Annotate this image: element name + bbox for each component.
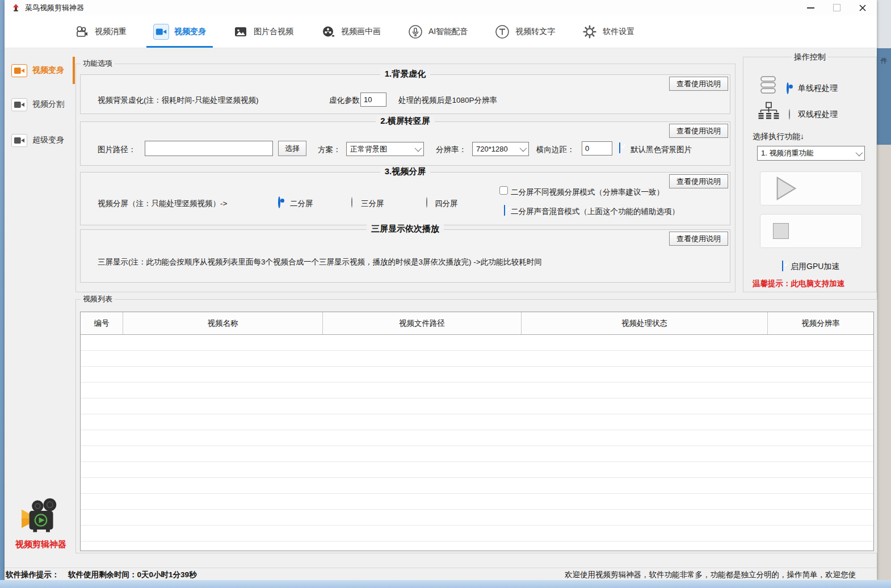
- single-thread-radio[interactable]: [787, 82, 789, 94]
- black-background-checkbox[interactable]: [619, 142, 620, 153]
- video-camera-icon: [11, 64, 27, 77]
- tab-image-to-video[interactable]: 图片合视频: [233, 15, 293, 48]
- sidebar-item-label: 视频变身: [32, 65, 64, 75]
- chevron-down-icon: [415, 145, 422, 152]
- titlebar: 菜鸟视频剪辑神器: [5, 0, 877, 15]
- three-split-radio-label: 三分屏: [361, 199, 384, 209]
- column-header-process-status[interactable]: 视频处理状态: [522, 312, 768, 334]
- section-triple-screen: 三屏显示依次播放 查看使用说明 三屏显示(注：此功能会按顺序从视频列表里面每3个…: [80, 229, 730, 283]
- sidebar-item-video-split[interactable]: 视频分割: [11, 93, 68, 116]
- blur-note-label: 处理的视频后是1080P分辨率: [398, 95, 497, 106]
- execute-function-select[interactable]: 1. 视频消重功能: [757, 146, 865, 161]
- different-video-split-checkbox[interactable]: [499, 186, 508, 195]
- black-background-checkbox-label: 默认黑色背景图片: [631, 145, 692, 155]
- movie-camera-icon: [74, 24, 90, 40]
- stop-icon: [773, 223, 789, 239]
- different-video-split-checkbox-label: 二分屏不同视频分屏模式（分辨率建议一致）: [511, 187, 664, 198]
- dual-thread-radio[interactable]: [789, 109, 790, 120]
- app-window: 菜鸟视频剪辑神器 视频消重 视频变身: [5, 0, 877, 580]
- function-options-group: 功能选项 1.背景虚化 查看使用说明 视频背景虚化(注：很耗时间-只能处理竖频视…: [75, 64, 736, 292]
- section-title: 3.视频分屏: [81, 166, 730, 177]
- table-body-empty: [81, 335, 873, 551]
- section-horizontal-to-vertical: 2.横屏转竖屏 查看使用说明 图片路径： 选择 方案： 正常背景图 分辨率： 7…: [80, 121, 730, 166]
- column-header-file-path[interactable]: 视频文件路径: [323, 312, 522, 334]
- film-reel-icon: [320, 24, 336, 40]
- gpu-acceleration-checkbox[interactable]: [782, 261, 783, 271]
- section-video-split-screen: 3.视频分屏 查看使用说明 视频分屏（注：只能处理竖频视频）-> 二分屏 三分屏…: [80, 172, 730, 225]
- help-button[interactable]: 查看使用说明: [669, 232, 728, 246]
- three-split-radio[interactable]: [351, 197, 352, 208]
- section-title: 2.横屏转竖屏: [81, 116, 730, 127]
- sidebar-item-label: 视频分割: [32, 99, 64, 110]
- help-button[interactable]: 查看使用说明: [669, 174, 728, 188]
- audio-mix-checkbox-label: 二分屏声音混音模式（上面这个功能的辅助选项）: [511, 207, 679, 217]
- letter-t-icon: [494, 24, 510, 40]
- help-button[interactable]: 查看使用说明: [669, 124, 728, 138]
- app-logo-camera-icon: [19, 498, 62, 537]
- margin-label: 横向边距：: [536, 145, 575, 155]
- audio-mix-checkbox[interactable]: [504, 205, 505, 216]
- tab-label: 视频变身: [174, 27, 206, 37]
- microphone-icon: [407, 24, 423, 40]
- tab-label: AI智能配音: [428, 27, 468, 37]
- group-label: 功能选项: [81, 59, 115, 68]
- sidebar-item-video-transform[interactable]: 视频变身: [11, 58, 68, 82]
- single-thread-radio-label: 单线程处理: [798, 83, 838, 94]
- background-window-left-sliver: [0, 0, 5, 588]
- tab-video-pip[interactable]: 视频画中画: [320, 15, 381, 48]
- choose-image-button[interactable]: 选择: [278, 141, 306, 156]
- close-button[interactable]: [850, 0, 876, 15]
- image-path-input[interactable]: [145, 141, 273, 156]
- four-split-radio-label: 四分屏: [435, 199, 458, 209]
- status-hint-label: 软件操作提示：: [6, 570, 60, 580]
- group-label: 视频列表: [81, 295, 115, 304]
- close-icon: [859, 4, 867, 12]
- split-description-label: 视频分屏（注：只能处理竖频视频）->: [98, 199, 227, 209]
- video-camera-icon: [11, 134, 27, 147]
- window-title: 菜鸟视频剪辑神器: [25, 3, 84, 13]
- tab-settings[interactable]: 软件设置: [582, 15, 634, 48]
- scheme-select[interactable]: 正常背景图: [346, 142, 424, 156]
- dual-thread-icon: [758, 102, 779, 122]
- help-button[interactable]: 查看使用说明: [669, 77, 728, 91]
- tab-label: 图片合视频: [254, 27, 293, 37]
- tab-video-transform[interactable]: 视频变身: [153, 15, 206, 48]
- desktop: 件 菜鸟视频剪辑神器 视频消: [0, 0, 891, 588]
- margin-input[interactable]: [582, 141, 612, 156]
- tab-video-dedupe[interactable]: 视频消重: [74, 15, 127, 48]
- sidebar-item-super-transform[interactable]: 超级变身: [11, 128, 68, 152]
- two-split-radio[interactable]: [278, 196, 280, 208]
- two-split-radio-label: 二分屏: [290, 199, 313, 209]
- tab-label: 软件设置: [603, 27, 634, 37]
- minimize-button[interactable]: [797, 0, 823, 15]
- four-split-radio[interactable]: [426, 197, 427, 208]
- desktop-bottom-sliver: [0, 580, 891, 588]
- remaining-time-text: 软件使用剩余时间：0天0小时1分39秒: [68, 570, 197, 580]
- start-button[interactable]: [760, 171, 862, 205]
- column-header-resolution[interactable]: 视频分辨率: [768, 312, 873, 334]
- tab-label: 视频画中画: [341, 27, 381, 37]
- window-controls: [797, 0, 876, 15]
- tab-video-to-text[interactable]: 视频转文字: [494, 15, 555, 48]
- scheme-label: 方案：: [318, 145, 341, 155]
- chevron-down-icon: [520, 145, 527, 152]
- column-header-video-name[interactable]: 视频名称: [123, 312, 323, 334]
- video-camera-icon: [11, 98, 27, 111]
- column-header-index[interactable]: 编号: [81, 312, 123, 334]
- blur-description-label: 视频背景虚化(注：很耗时间-只能处理竖频视频): [98, 95, 259, 106]
- app-logo-icon: [11, 3, 20, 12]
- video-list-table: 编号 视频名称 视频文件路径 视频处理状态 视频分辨率: [80, 312, 874, 551]
- background-window-right-sliver: 件: [877, 0, 891, 588]
- table-header-row: 编号 视频名称 视频文件路径 视频处理状态 视频分辨率: [81, 312, 873, 335]
- gpu-tip-text: 温馨提示：此电脑支持加速: [753, 279, 844, 289]
- background-sliver-segment: 件: [877, 48, 891, 145]
- stop-button[interactable]: [760, 214, 862, 248]
- gear-icon: [582, 24, 598, 40]
- main-tabbar: 视频消重 视频变身 图片合视频 视频画中画: [5, 15, 877, 48]
- maximize-button[interactable]: [823, 0, 850, 15]
- section-background-blur: 1.背景虚化 查看使用说明 视频背景虚化(注：很耗时间-只能处理竖频视频) 虚化…: [80, 74, 730, 114]
- resolution-select[interactable]: 720*1280: [472, 142, 529, 156]
- operation-control-group: 操作控制 单线程处理 双线程处理 选择执行功能↓ 1. 视频消重功能: [743, 57, 877, 292]
- blur-param-input[interactable]: [360, 93, 386, 107]
- tab-ai-dubbing[interactable]: AI智能配音: [407, 15, 468, 48]
